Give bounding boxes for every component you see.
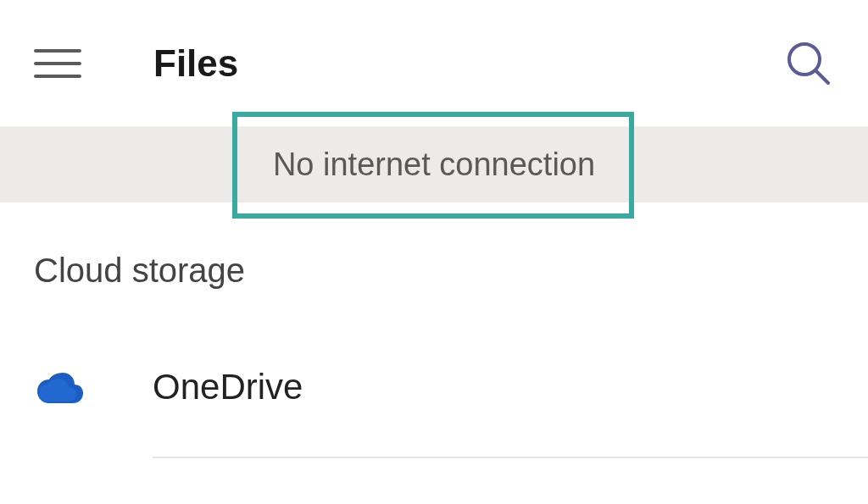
connection-banner: No internet connection: [0, 127, 868, 202]
banner-message: No internet connection: [273, 147, 595, 183]
menu-icon[interactable]: [34, 40, 81, 87]
section-heading-cloud-storage: Cloud storage: [0, 202, 868, 290]
app-header: Files: [0, 0, 868, 127]
svg-line-1: [815, 70, 828, 83]
list-item[interactable]: OneDrive: [0, 353, 868, 421]
search-icon[interactable]: [783, 38, 834, 89]
storage-label: OneDrive: [153, 367, 303, 407]
divider: [153, 457, 868, 458]
page-title: Files: [153, 42, 238, 85]
onedrive-icon: [34, 362, 85, 413]
